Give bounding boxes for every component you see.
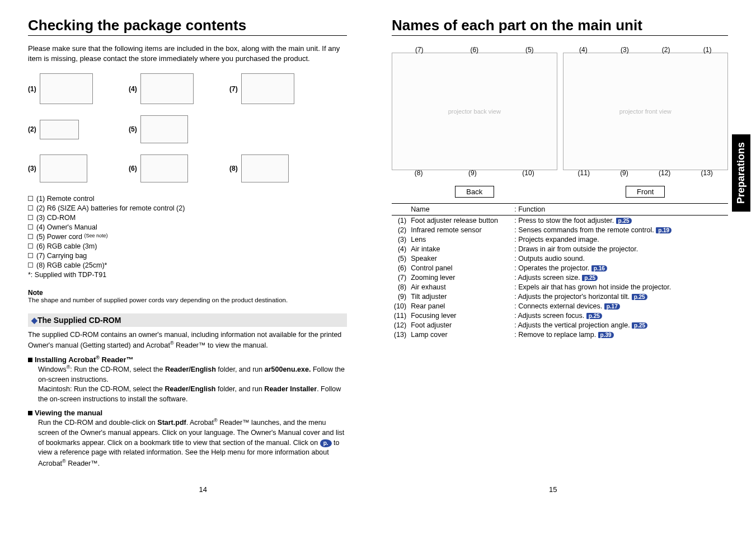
part-name: Lens [408,235,512,244]
pkg-item-1: (1) [28,73,123,104]
check-item: (7) Carrying bag [28,252,347,260]
checkbox-icon [28,234,33,239]
left-title: Checking the package contents [28,17,347,36]
view-heading: Viewing the manual [28,409,347,417]
pkg-label: (2) [28,125,36,133]
th-function: : Function [512,204,728,216]
cdrom-heading: ◆The Supplied CD-ROM [28,313,347,327]
check-item: (8) RGB cable (25cm)* [28,261,347,269]
page-ref-badge[interactable]: p.16 [591,265,607,271]
see-note: (See note) [84,233,107,238]
reg-mark: ® [214,418,218,423]
power-cord-illustration [140,115,188,143]
callout: (12) [659,169,670,177]
back-diagram: (7) (6) (5) projector back view (8) (9) … [392,46,557,198]
check-item: (2) R6 (SIZE AA) batteries for remote co… [28,204,347,212]
check-item: (6) RGB cable (3m) [28,242,347,250]
callout: (11) [578,169,590,177]
batteries-illustration [40,120,79,139]
page-ref-icon: p. [320,439,332,447]
square-bullet-icon [28,411,32,415]
part-name: Foot adjuster [408,320,512,330]
parts-row: (6)Control panel: Operates the projector… [392,263,728,273]
part-function: : Outputs audio sound. [512,254,728,263]
back-callouts-bottom: (8) (9) (10) [392,169,557,177]
front-callouts-bottom: (11) (9) (12) (13) [563,169,729,177]
left-page: Checking the package contents Please mak… [28,17,347,469]
pkg-label: (3) [28,165,36,172]
part-function: : Adjusts the projector's horizontal til… [512,292,728,301]
callout: (2) [662,46,670,54]
cdrom-body: The supplied CD-ROM contains an owner's … [28,330,347,350]
page-no-right: 15 [549,485,557,494]
projector-front-illustration: projector front view [563,53,729,170]
parts-row: (12)Foot adjuster: Adjusts the vertical … [392,320,728,330]
part-index: (7) [392,273,408,282]
pkg-item-7: (7) [229,73,325,104]
part-function: : Projects expanded image. [512,235,728,244]
reg-mark: ® [170,340,174,346]
install-windows: Windows®: Run the CD-ROM, select the Rea… [38,364,347,385]
pkg-item-8: (8) [229,154,325,182]
check-text: (3) CD-ROM [36,214,76,222]
package-items-grid: (1) (4) (7) (2) (5) (3) (6) (8) [28,73,347,182]
parts-row: (4)Air intake: Draws in air from outside… [392,244,728,254]
part-name: Rear panel [408,301,512,311]
part-index: (11) [392,311,408,320]
parts-row: (11)Focusing lever: Adjusts screen focus… [392,311,728,320]
checkbox-icon [28,224,33,229]
manual-illustration [140,73,194,104]
page-ref-badge[interactable]: p.17 [604,303,620,310]
part-name: Air exhaust [408,282,512,292]
part-index: (13) [392,330,408,339]
parts-row: (1)Foot adjuster release button: Press t… [392,216,728,226]
callout: (5) [525,46,534,54]
parts-row: (3)Lens: Projects expanded image. [392,235,728,244]
page-ref-badge[interactable]: p.25 [632,322,647,329]
part-name: Speaker [408,254,512,263]
part-name: Foot adjuster release button [408,216,512,226]
page-ref-badge[interactable]: p.19 [656,227,672,233]
right-title: Names of each part on the main unit [392,17,728,36]
diamond-icon: ◆ [31,316,37,325]
back-callouts-top: (7) (6) (5) [392,46,557,54]
pkg-label: (6) [129,165,137,172]
check-text: (8) RGB cable (25cm)* [36,261,107,269]
part-index: (10) [392,301,408,311]
part-index: (1) [392,216,408,226]
parts-row: (10)Rear panel: Connects external device… [392,301,728,311]
left-intro: Please make sure that the following item… [28,44,347,63]
remote-illustration [40,73,93,104]
page-ref-badge[interactable]: p.25 [586,313,602,319]
callout: (1) [703,46,712,54]
callout: (8) [415,169,423,177]
checkbox-icon [28,243,33,249]
front-label: Front [626,186,665,198]
install-heading: Installing Acrobat® Reader™ [28,355,347,364]
parts-row: (9)Tilt adjuster: Adjusts the projector'… [392,292,728,301]
page-ref-badge[interactable]: p.25 [616,218,632,224]
reg-mark: ® [96,355,100,360]
front-diagram: (4) (3) (2) (1) projector front view (11… [563,46,729,198]
checkbox-icon [28,215,33,220]
part-name: Zooming lever [408,273,512,282]
part-index: (2) [392,225,408,235]
part-function: : Operates the projector. p.16 [512,263,728,273]
page-ref-badge[interactable]: p.25 [582,275,598,281]
part-name: Tilt adjuster [408,292,512,301]
page-ref-badge[interactable]: p.39 [598,332,614,338]
page-ref-badge[interactable]: p.25 [632,294,647,300]
part-index: (3) [392,235,408,244]
reg-mark: ® [62,458,66,464]
check-text: (4) Owner's Manual [36,223,97,231]
square-bullet-icon [28,358,32,362]
callout: (10) [522,169,534,177]
checkbox-icon [28,196,33,201]
callout: (9) [468,169,477,177]
part-name: Lamp cover [408,330,512,339]
page-numbers: 14 15 [28,485,728,494]
cdrom-illustration [40,154,87,182]
callout: (6) [470,46,478,54]
pkg-item-4: (4) [129,73,224,104]
pkg-item-3: (3) [28,154,123,182]
